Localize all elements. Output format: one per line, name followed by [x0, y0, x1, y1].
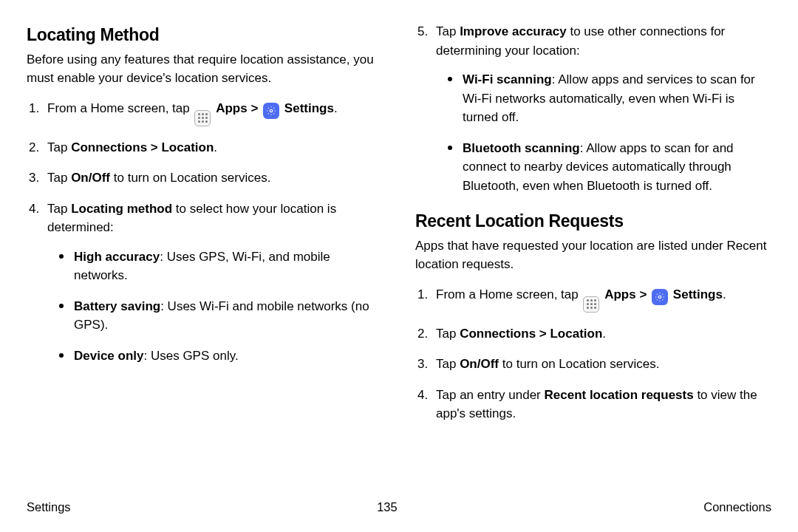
footer-page-number: 135 — [377, 500, 398, 514]
chevron-right-icon: > — [639, 287, 647, 301]
apps-icon — [194, 110, 211, 126]
footer-right: Connections — [703, 500, 771, 514]
sub-list-methods: High accuracy: Uses GPS, Wi-Fi, and mobi… — [47, 248, 383, 366]
apps-icon — [583, 296, 599, 313]
settings-label: Settings — [284, 101, 334, 115]
list-item: Tap Connections > Location. — [432, 324, 771, 344]
list-item: Tap Improve accuracy to use other connec… — [432, 22, 771, 195]
list-item: Tap Locating method to select how your l… — [43, 200, 383, 366]
list-item: Tap On/Off to turn on Location services. — [43, 168, 383, 188]
svg-point-0 — [270, 110, 273, 113]
steps-continued: Tap Improve accuracy to use other connec… — [415, 22, 771, 195]
sub-list-scanning: Wi-Fi scanning: Allow apps and services … — [436, 70, 771, 195]
footer: Settings 135 Connections — [27, 500, 771, 514]
list-item: Tap Connections > Location. — [43, 138, 383, 157]
apps-label: Apps — [216, 101, 248, 115]
intro-locating-method: Before using any features that require l… — [27, 51, 383, 87]
list-item: High accuracy: Uses GPS, Wi-Fi, and mobi… — [53, 248, 383, 285]
settings-gear-icon — [652, 289, 668, 305]
list-item: From a Home screen, tap Apps > Settings. — [43, 99, 383, 126]
list-item: Wi-Fi scanning: Allow apps and services … — [442, 70, 771, 127]
settings-label: Settings — [673, 287, 723, 301]
settings-gear-icon — [263, 103, 279, 119]
list-item: Bluetooth scanning: Allow apps to scan f… — [442, 139, 771, 196]
list-item: Tap On/Off to turn on Location services. — [432, 355, 771, 374]
footer-left: Settings — [27, 500, 71, 514]
apps-label: Apps — [604, 287, 636, 301]
list-item: Device only: Uses GPS only. — [53, 347, 383, 366]
intro-recent-location: Apps that have requested your location a… — [415, 237, 771, 273]
chevron-right-icon: > — [250, 101, 258, 115]
right-column: Tap Improve accuracy to use other connec… — [415, 22, 771, 473]
steps-locating-method: From a Home screen, tap Apps > Settings.… — [27, 99, 383, 365]
heading-locating-method: Locating Method — [27, 25, 383, 45]
list-item: From a Home screen, tap Apps > Settings. — [432, 285, 771, 313]
left-column: Locating Method Before using any feature… — [27, 22, 383, 473]
steps-recent-location: From a Home screen, tap Apps > Settings.… — [415, 285, 771, 423]
heading-recent-location: Recent Location Requests — [415, 211, 771, 231]
svg-point-1 — [658, 296, 661, 299]
list-item: Battery saving: Uses Wi-Fi and mobile ne… — [53, 297, 383, 335]
list-item: Tap an entry under Recent location reque… — [432, 386, 771, 423]
